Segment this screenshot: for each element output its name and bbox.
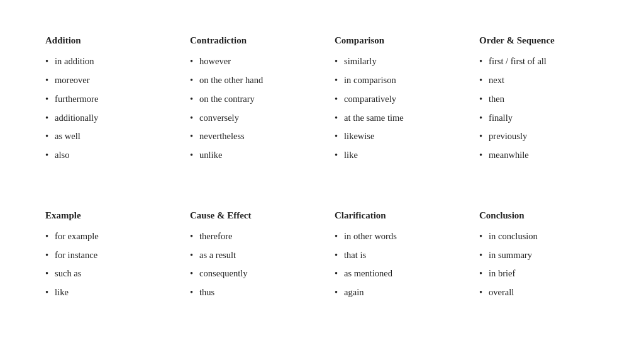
list-item: comparatively	[335, 93, 454, 106]
list-item-text: finally	[489, 111, 513, 125]
list-item: again	[335, 286, 454, 300]
list-item: in conclusion	[479, 230, 599, 244]
list-item-text: similarly	[344, 55, 377, 69]
list-item: also	[45, 149, 165, 162]
list-item-text: nevertheless	[199, 130, 245, 144]
list-item-text: on the other hand	[199, 74, 263, 88]
list-item: for example	[45, 230, 165, 244]
list-item: such as	[45, 267, 165, 281]
list-item-text: first / first of all	[489, 55, 547, 69]
list-item-text: in conclusion	[489, 230, 538, 244]
section-title-contradiction: Contradiction	[190, 35, 309, 46]
section-title-conclusion: Conclusion	[479, 210, 599, 221]
list-item: then	[479, 93, 599, 106]
section-conclusion: Conclusionin conclusionin summaryin brie…	[467, 200, 611, 325]
list-item: first / first of all	[479, 55, 599, 69]
list-item: similarly	[335, 55, 454, 69]
list-item-text: such as	[55, 267, 81, 281]
list-item-text: furthermore	[55, 93, 98, 106]
list-item: in summary	[479, 249, 599, 262]
list-item-text: in other words	[344, 230, 397, 244]
list-item: like	[335, 149, 454, 162]
list-item-text: as a result	[199, 249, 236, 262]
list-item-text: meanwhile	[489, 149, 529, 162]
list-item-text: for instance	[55, 249, 97, 262]
list-item-text: however	[199, 55, 231, 69]
section-title-clarification: Clarification	[335, 210, 454, 221]
list-item-text: then	[489, 93, 504, 106]
list-item-text: also	[55, 149, 69, 162]
list-item: previously	[479, 130, 599, 144]
item-list-example: for examplefor instancesuch aslike	[45, 230, 165, 300]
list-item-text: conversely	[199, 111, 239, 125]
section-clarification: Clarificationin other wordsthat isas men…	[322, 200, 467, 325]
list-item-text: in summary	[489, 249, 532, 262]
list-item-text: next	[489, 74, 504, 88]
list-item: therefore	[190, 230, 309, 244]
list-item-text: consequently	[199, 267, 248, 281]
list-item: as mentioned	[335, 267, 454, 281]
list-item: for instance	[45, 249, 165, 262]
list-item-text: in addition	[55, 55, 94, 69]
row-divider	[33, 188, 611, 200]
item-list-cause-effect: thereforeas a resultconsequentlythus	[190, 230, 309, 300]
list-item: however	[190, 55, 309, 69]
list-item: additionally	[45, 111, 165, 125]
list-item: on the contrary	[190, 93, 309, 106]
list-item: in comparison	[335, 74, 454, 88]
list-item: nevertheless	[190, 130, 309, 144]
list-item: in addition	[45, 55, 165, 69]
item-list-comparison: similarlyin comparisoncomparativelyat th…	[335, 55, 454, 162]
main-container: Additionin additionmoreoverfurthermoread…	[20, 5, 624, 345]
section-title-comparison: Comparison	[335, 35, 454, 46]
section-example: Examplefor examplefor instancesuch aslik…	[33, 200, 177, 325]
section-order-sequence: Order & Sequencefirst / first of allnext…	[467, 25, 611, 188]
list-item: in brief	[479, 267, 599, 281]
section-addition: Additionin additionmoreoverfurthermoread…	[33, 25, 177, 188]
list-item: on the other hand	[190, 74, 309, 88]
list-item: conversely	[190, 111, 309, 125]
list-item-text: comparatively	[344, 93, 396, 106]
list-item: consequently	[190, 267, 309, 281]
list-item-text: overall	[489, 286, 514, 300]
list-item-text: therefore	[199, 230, 232, 244]
section-title-order-sequence: Order & Sequence	[479, 35, 599, 46]
list-item-text: moreover	[55, 74, 90, 88]
list-item-text: additionally	[55, 111, 98, 125]
list-item-text: previously	[489, 130, 527, 144]
list-item-text: unlike	[199, 149, 222, 162]
section-title-cause-effect: Cause & Effect	[190, 210, 309, 221]
list-item: finally	[479, 111, 599, 125]
content-grid: Additionin additionmoreoverfurthermoread…	[33, 25, 611, 325]
list-item: next	[479, 74, 599, 88]
list-item-text: like	[55, 286, 69, 300]
list-item: meanwhile	[479, 149, 599, 162]
item-list-contradiction: howeveron the other handon the contraryc…	[190, 55, 309, 162]
list-item-text: for example	[55, 230, 99, 244]
item-list-clarification: in other wordsthat isas mentionedagain	[335, 230, 454, 300]
list-item: as well	[45, 130, 165, 144]
list-item-text: again	[344, 286, 364, 300]
list-item-text: that is	[344, 249, 366, 262]
section-title-example: Example	[45, 210, 165, 221]
list-item-text: in comparison	[344, 74, 396, 88]
item-list-addition: in additionmoreoverfurthermoreadditional…	[45, 55, 165, 162]
list-item-text: likewise	[344, 130, 374, 144]
item-list-conclusion: in conclusionin summaryin briefoverall	[479, 230, 599, 300]
section-comparison: Comparisonsimilarlyin comparisoncomparat…	[322, 25, 467, 188]
list-item: like	[45, 286, 165, 300]
list-item: in other words	[335, 230, 454, 244]
list-item: at the same time	[335, 111, 454, 125]
list-item-text: in brief	[489, 267, 515, 281]
list-item: overall	[479, 286, 599, 300]
section-title-addition: Addition	[45, 35, 165, 46]
section-cause-effect: Cause & Effectthereforeas a resultconseq…	[177, 200, 322, 325]
list-item: unlike	[190, 149, 309, 162]
list-item: thus	[190, 286, 309, 300]
list-item-text: as well	[55, 130, 80, 144]
section-contradiction: Contradictionhoweveron the other handon …	[177, 25, 322, 188]
list-item: likewise	[335, 130, 454, 144]
list-item: moreover	[45, 74, 165, 88]
list-item: as a result	[190, 249, 309, 262]
list-item-text: as mentioned	[344, 267, 392, 281]
